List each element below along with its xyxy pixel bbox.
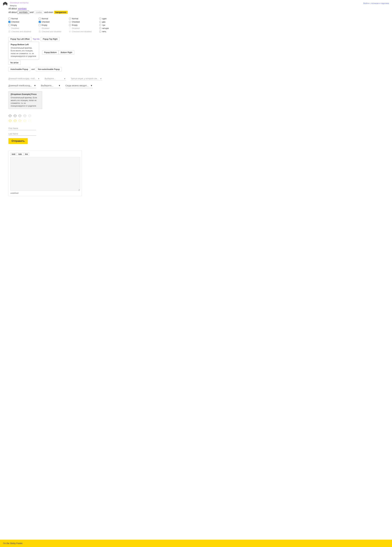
- editor-footer: undefined: [10, 192, 80, 194]
- spacer: [8, 147, 384, 151]
- checkbox-disabled-2-input[interactable]: [39, 27, 41, 29]
- dropdown-row1: Длинный плейсхолдер, чтоб... ▼ Выберите.…: [8, 77, 384, 81]
- dropdown-lg-wrapper-3: Сюда можно вводит... ▼: [65, 83, 93, 88]
- checkbox-normal-1-input[interactable]: [8, 18, 10, 20]
- dropdown-popup-text: Относительный враппер. Если менять его п…: [11, 96, 40, 107]
- login-link[interactable]: Войти с логином и паролем: [363, 2, 389, 7]
- popup-bottom-left-box: Popup Bottom Left Относительный враппер.…: [8, 42, 39, 59]
- controls-section: Normal Checked Empty Disabled Checked an…: [8, 17, 384, 33]
- radio-dva-input[interactable]: [99, 21, 101, 23]
- radio-odin-label: один: [102, 17, 106, 20]
- radio-disabled-input[interactable]: [69, 27, 71, 29]
- checkbox-checked-disabled-1: Checked and disabled: [8, 30, 31, 33]
- dropdown-wrapper-2: Выберите... ▼: [45, 77, 66, 81]
- dropdown-lg-2[interactable]: Выберите...: [41, 83, 61, 87]
- radio-chetyre: четыре: [99, 27, 118, 29]
- checkbox-disabled-1: Disabled: [8, 27, 31, 29]
- nav-primary-link[interactable]: Основные контролы: [10, 1, 29, 4]
- popup-row1: Popup Top Left Offset Top link Popup Top…: [8, 37, 384, 41]
- dropdown-lg-3[interactable]: Сюда можно вводит...: [65, 83, 93, 87]
- radio-empty-input[interactable]: [69, 24, 71, 26]
- radio-group2: один два три четыре пять: [99, 17, 118, 33]
- radio-empty: Empty: [69, 24, 92, 26]
- checkbox-normal-1: Normal: [8, 17, 31, 20]
- editor-italic-button[interactable]: italic: [17, 153, 23, 156]
- editor-link-button[interactable]: link: [24, 153, 29, 156]
- radio-normal-input[interactable]: [69, 18, 71, 20]
- wombats-link[interactable]: wombats: [18, 7, 27, 10]
- dropdown-lg-1[interactable]: Длинный плейсхолд...: [8, 83, 36, 87]
- radio-odin: один: [99, 17, 118, 20]
- checkbox-normal-1-label: Normal: [11, 17, 18, 20]
- editor-textarea[interactable]: [10, 157, 80, 191]
- dropdown-wrapper-1: Длинный плейсхолдер, чтоб... ▼: [8, 77, 40, 81]
- checkbox-checked-disabled-2-label: Checked and disabled: [42, 30, 61, 33]
- checkbox-checked-1: Checked: [8, 21, 31, 23]
- dropdown-2[interactable]: Выберите...: [45, 77, 66, 81]
- checkbox-empty-2-input[interactable]: [39, 24, 41, 26]
- popup-area: Popup Bottom Left Относительный враппер.…: [8, 42, 384, 59]
- sticky-footer-text: I'm the Sticky Footer.: [3, 542, 23, 545]
- top-link-button[interactable]: Top link: [32, 37, 41, 41]
- spinners-section: ⦵ ⦵ ⦵ ⦵ ⦵ ⦵ ⦵ ⦵ ⦵ ⦵: [8, 114, 384, 123]
- submit-button[interactable]: Отправить: [8, 138, 28, 144]
- dropdown-lg-wrapper-2: Выберите... ▼: [41, 83, 61, 88]
- no-arrow-button[interactable]: No arrow: [8, 61, 20, 65]
- kangaroos-tag[interactable]: kangaroos: [54, 11, 68, 14]
- first-name-input[interactable]: [8, 126, 36, 130]
- radio-tri-input[interactable]: [99, 24, 101, 26]
- spinners-row1: ⦵ ⦵ ⦵ ⦵ ⦵: [8, 114, 384, 118]
- radio-dva-label: два: [102, 21, 106, 23]
- radio-checked-disabled-input[interactable]: [69, 30, 71, 33]
- checkbox-checked-2-input[interactable]: [39, 21, 41, 23]
- radio-group: Normal Checked Empty Disabled Checked an…: [69, 17, 92, 33]
- checkbox-empty-1-label: Empty: [11, 24, 17, 26]
- and-even-label: and even: [44, 11, 53, 14]
- logo-icon: [3, 2, 7, 7]
- radio-chetyre-input[interactable]: [99, 27, 101, 29]
- radio-checked-input[interactable]: [69, 21, 71, 23]
- checkbox-checked-disabled-2-input[interactable]: [39, 30, 41, 33]
- autoclosable-button[interactable]: Autoclosable Popup: [8, 67, 30, 71]
- checkbox-empty-2: Empty: [39, 24, 61, 26]
- no-arrow-row: No arrow: [8, 61, 384, 65]
- radio-checked-disabled-label: Checked and disabled: [72, 30, 92, 33]
- dropdown-popup-title: [Dropdown Example] Press: [11, 93, 40, 95]
- popup-bottom-button[interactable]: Popup Bottom: [42, 50, 59, 55]
- checkbox-normal-2: Normal: [39, 17, 61, 20]
- top-bar-left: Основные контролы Инпуты: [3, 1, 29, 7]
- non-autoclosable-button[interactable]: Non-autoclosable Popup: [36, 67, 61, 71]
- spinner-2: ⦵: [13, 114, 17, 118]
- all-about-line1: All about wombats: [8, 7, 384, 10]
- radio-pyat-label: пять: [102, 30, 106, 33]
- dropdown-1[interactable]: Длинный плейсхолдер, чтоб...: [8, 77, 40, 81]
- checkbox-checked-1-input[interactable]: [8, 21, 10, 23]
- radio-dva: два: [99, 21, 118, 23]
- checkbox-disabled-1-input[interactable]: [8, 27, 10, 29]
- radio-normal: Normal: [69, 17, 92, 20]
- popup-top-left-offset-button[interactable]: Popup Top Left Offset: [8, 37, 32, 41]
- form-section: Отправить: [8, 126, 384, 144]
- and1-label: and: [30, 11, 33, 14]
- inline-tags-row: All about wombats and coalas and even ka…: [8, 11, 384, 14]
- checkbox-empty-2-label: Empty: [42, 24, 47, 26]
- top-bar: Основные контролы Инпуты Войти с логином…: [0, 0, 392, 7]
- last-name-input[interactable]: [8, 132, 36, 136]
- editor-bold-button[interactable]: bold: [10, 153, 17, 156]
- radio-checked-label: Checked: [72, 21, 80, 23]
- dropdown-3[interactable]: Третья опция, у которой сли...: [71, 77, 102, 81]
- checkbox-normal-2-input[interactable]: [39, 18, 41, 20]
- bottom-right-button[interactable]: Bottom Right: [59, 50, 74, 55]
- main-content: All about wombats All about wombats and …: [0, 7, 392, 540]
- checkbox-empty-1-input[interactable]: [8, 24, 10, 26]
- checkbox-disabled-2-label: Disabled: [42, 27, 49, 29]
- wombats-tag[interactable]: wombats: [18, 11, 29, 14]
- nav-secondary-link[interactable]: Инпуты: [10, 4, 29, 7]
- checkbox-checked-disabled-1-input[interactable]: [8, 30, 10, 33]
- radio-pyat-input[interactable]: [99, 30, 101, 33]
- popup-top-right-button[interactable]: Popup Top Right: [41, 37, 60, 41]
- coalas-tag[interactable]: coalas: [34, 11, 43, 14]
- radio-odin-input[interactable]: [99, 18, 101, 20]
- sticky-footer: I'm the Sticky Footer.: [0, 540, 392, 547]
- popup-bottom-row: Popup Bottom Bottom Right: [42, 42, 74, 55]
